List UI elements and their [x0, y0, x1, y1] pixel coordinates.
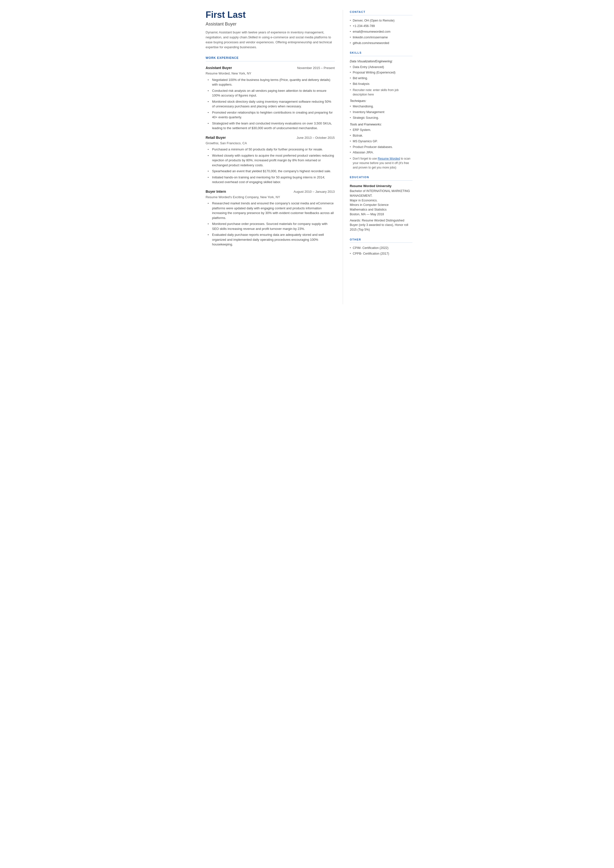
bullet-1-2: Conducted risk analysis on all vendors p…: [208, 89, 335, 98]
skill-tech-2: Inventory Management: [350, 110, 412, 115]
skills-dataviz-list: Data Entry (Advanced) Proposal Writing (…: [350, 65, 412, 86]
bullet-2-1: Purchased a minimum of 50 products daily…: [208, 147, 335, 152]
contact-location: Denver, OH (Open to Remote): [350, 18, 412, 23]
edu-minor2: Mathematics and Statistics: [350, 207, 412, 212]
name-title-block: First Last Assistant Buyer: [206, 10, 335, 28]
other-list: CPIM- Certification (2022) CPPB- Certifi…: [350, 246, 412, 256]
job-block-2: Retail Buyer June 2013 – October 2015 Gr…: [206, 135, 335, 185]
skills-tools-label: Tools and Frameworks:: [350, 122, 412, 127]
other-item-1: CPIM- Certification (2022): [350, 246, 412, 250]
skills-dataviz-label: Data Visualization/Engineering:: [350, 59, 412, 64]
job-header-3: Buyer Intern August 2010 – January 2013: [206, 189, 335, 194]
bullet-3-2: Monitored purchase order processes. Sour…: [208, 222, 335, 231]
skill-dv-3: Bid writing.: [350, 76, 412, 81]
contact-phone: +1-234-456-789: [350, 24, 412, 28]
edu-minor1: Minors in Computer Science: [350, 203, 412, 207]
skills-recruiter-note: Recruiter note: enter skills from job de…: [350, 88, 412, 97]
job-dates-3: August 2010 – January 2013: [293, 189, 335, 194]
contact-email: email@resumeworded.com: [350, 30, 412, 34]
bullet-1-4: Promoted vendor relationships to heighte…: [208, 110, 335, 120]
job-title-3: Buyer Intern: [206, 189, 226, 194]
other-section: OTHER CPIM- Certification (2022) CPPB- C…: [350, 238, 412, 256]
bullet-2-3: Spearheaded an event that yielded $170,0…: [208, 169, 335, 174]
bullet-1-3: Monitored stock directory daily using in…: [208, 99, 335, 109]
job-company-2: Growthsi, San Francisco, CA: [206, 141, 335, 146]
skill-tool-3: MS Dynamics GP.: [350, 139, 412, 144]
bullet-2-2: Worked closely with suppliers to acquire…: [208, 153, 335, 168]
other-header: OTHER: [350, 238, 412, 243]
work-experience-header: WORK EXPERIENCE: [206, 56, 335, 61]
bullet-3-3: Evaluated daily purchase reports ensurin…: [208, 232, 335, 247]
job-header-2: Retail Buyer June 2013 – October 2015: [206, 135, 335, 140]
bullet-1-1: Negotiated 100% of the business buying t…: [208, 78, 335, 87]
contact-github: github.com/resumeworded: [350, 41, 412, 45]
edu-school: Resume Worded University: [350, 183, 412, 189]
candidate-name: First Last: [206, 10, 335, 20]
job-company-3: Resume Worded's Exciting Company, New Yo…: [206, 195, 335, 200]
skills-techniques-list: Merchandising. Inventory Management Stra…: [350, 104, 412, 120]
skills-section: SKILLS Data Visualization/Engineering: D…: [350, 51, 412, 170]
candidate-title: Assistant Buyer: [206, 21, 335, 28]
edu-awards: Awards: Resume Worded Distinguished Buye…: [350, 218, 412, 232]
education-section: EDUCATION Resume Worded University Bache…: [350, 175, 412, 232]
job-dates-2: June 2013 – October 2015: [297, 135, 335, 140]
summary-text: Dynamic Assistant buyer with twelve year…: [206, 30, 335, 50]
scan-note: Don't forget to use Resume Worded to sca…: [350, 156, 412, 170]
skill-tool-4: Product Producer databases.: [350, 145, 412, 149]
job-bullets-2: Purchased a minimum of 50 products daily…: [206, 147, 335, 185]
contact-header: CONTACT: [350, 10, 412, 16]
edu-degree: Bachelor of INTERNATIONAL MARKETING MANA…: [350, 189, 412, 198]
skill-tool-1: ERP System.: [350, 128, 412, 132]
skills-tools-list: ERP System. Biztrak. MS Dynamics GP. Pro…: [350, 128, 412, 155]
education-header: EDUCATION: [350, 175, 412, 181]
skill-dv-4: Bid Analysis: [350, 82, 412, 86]
contact-linkedin: linkedin.com/in/username: [350, 35, 412, 40]
bullet-3-1: Researched market trends and ensured the…: [208, 201, 335, 220]
skills-header: SKILLS: [350, 51, 412, 56]
contact-list: Denver, OH (Open to Remote) +1-234-456-7…: [350, 18, 412, 45]
skill-tech-1: Merchandising.: [350, 104, 412, 109]
skill-tech-3: Strategic Sourcing.: [350, 116, 412, 120]
contact-section: CONTACT Denver, OH (Open to Remote) +1-2…: [350, 10, 412, 45]
skills-techniques-label: Techniques:: [350, 99, 412, 103]
job-company-1: Resume Worded, New York, NY: [206, 71, 335, 76]
job-block-3: Buyer Intern August 2010 – January 2013 …: [206, 189, 335, 247]
edu-location-date: Boston, MA — May 2018: [350, 212, 412, 217]
job-bullets-3: Researched market trends and ensured the…: [206, 201, 335, 247]
job-title-2: Retail Buyer: [206, 135, 226, 140]
skill-dv-1: Data Entry (Advanced): [350, 65, 412, 70]
job-block-1: Assistant Buyer November 2015 – Present …: [206, 65, 335, 130]
skill-tool-2: Biztrak.: [350, 134, 412, 138]
skill-tool-5: Atlassian JIRA.: [350, 150, 412, 155]
job-title-1: Assistant Buyer: [206, 65, 232, 70]
scan-note-link[interactable]: Resume Worded: [378, 157, 400, 160]
edu-major: Major in Economics.: [350, 198, 412, 203]
job-bullets-1: Negotiated 100% of the business buying t…: [206, 78, 335, 130]
bullet-1-5: Strategized with the team and conducted …: [208, 121, 335, 130]
job-dates-1: November 2015 – Present: [297, 65, 335, 70]
job-header-1: Assistant Buyer November 2015 – Present: [206, 65, 335, 70]
bullet-2-4: Initiated hands-on training and mentorin…: [208, 175, 335, 185]
other-item-2: CPPB- Certification (2017): [350, 252, 412, 256]
skill-dv-2: Proposal Writing (Experienced): [350, 70, 412, 75]
